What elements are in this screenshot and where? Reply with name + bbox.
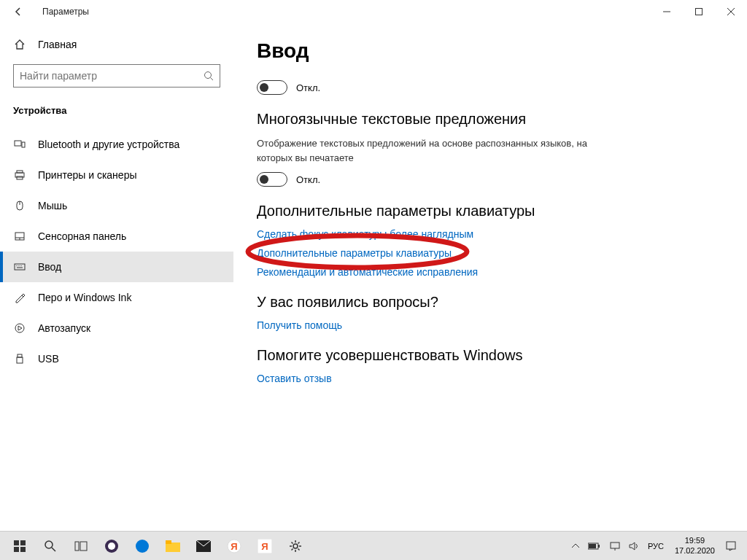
search-input[interactable] bbox=[20, 70, 204, 82]
sidebar-item-label: USB bbox=[38, 353, 59, 365]
sidebar: Главная Устройства Bluetooth и другие ус… bbox=[0, 23, 233, 531]
sidebar-item-usb[interactable]: USB bbox=[0, 343, 233, 374]
svg-rect-1 bbox=[696, 9, 703, 15]
page-title: Ввод bbox=[257, 39, 718, 63]
link-get-help[interactable]: Получить помощь bbox=[257, 319, 718, 331]
svg-rect-14 bbox=[15, 264, 25, 270]
svg-point-19 bbox=[15, 324, 24, 332]
help-heading: У вас появились вопросы? bbox=[257, 294, 718, 311]
keyboard-icon bbox=[13, 260, 26, 273]
toggle-label: Откл. bbox=[296, 174, 320, 185]
taskbar-app-settings[interactable] bbox=[280, 532, 311, 561]
link-advanced-keyboard[interactable]: Дополнительные параметры клавиатуры bbox=[257, 247, 718, 259]
toggle-label: Откл. bbox=[296, 82, 320, 93]
svg-point-41 bbox=[293, 544, 298, 548]
svg-rect-35 bbox=[166, 540, 171, 544]
system-tray: РУС 19:59 17.02.2020 bbox=[570, 536, 743, 555]
link-keyboard-focus[interactable]: Сделать фокус клавиатуры более наглядным bbox=[257, 228, 718, 240]
tray-network-icon[interactable] bbox=[608, 542, 622, 551]
link-feedback[interactable]: Оставить отзыв bbox=[257, 373, 718, 384]
tray-volume-icon[interactable] bbox=[627, 542, 641, 551]
svg-rect-26 bbox=[20, 547, 26, 552]
sidebar-item-autoplay[interactable]: Автозапуск bbox=[0, 313, 233, 343]
taskbar-app-mail[interactable] bbox=[188, 532, 219, 561]
tray-battery-icon[interactable] bbox=[586, 542, 603, 550]
sidebar-item-label: Сенсорная панель bbox=[38, 230, 126, 242]
sidebar-item-bluetooth[interactable]: Bluetooth и другие устройства bbox=[0, 129, 233, 160]
taskbar-app-yandex2[interactable]: Я bbox=[249, 532, 280, 561]
multilang-heading: Многоязычные текстовые предложения bbox=[257, 111, 718, 128]
sidebar-home-label: Главная bbox=[38, 39, 77, 50]
maximize-button[interactable] bbox=[683, 0, 715, 23]
svg-rect-25 bbox=[14, 547, 19, 552]
svg-point-33 bbox=[136, 540, 149, 553]
mouse-icon bbox=[13, 199, 26, 212]
link-autocorrect[interactable]: Рекомендации и автоматические исправлени… bbox=[257, 266, 718, 278]
sidebar-category: Устройства bbox=[0, 98, 233, 120]
sidebar-item-printers[interactable]: Принтеры и сканеры bbox=[0, 160, 233, 190]
sidebar-item-typing[interactable]: Ввод bbox=[0, 252, 233, 282]
tray-clock[interactable]: 19:59 17.02.2020 bbox=[670, 536, 719, 555]
toggle-switch[interactable] bbox=[257, 80, 287, 95]
search-icon bbox=[204, 71, 214, 81]
svg-point-2 bbox=[205, 72, 212, 79]
printer-icon bbox=[13, 168, 26, 182]
tray-notifications-icon[interactable] bbox=[724, 541, 738, 551]
home-icon bbox=[13, 38, 26, 51]
sidebar-item-label: Автозапуск bbox=[38, 322, 90, 334]
devices-icon bbox=[13, 138, 26, 151]
tray-date: 17.02.2020 bbox=[675, 546, 715, 556]
svg-point-27 bbox=[45, 541, 53, 548]
svg-rect-24 bbox=[20, 540, 26, 545]
svg-rect-20 bbox=[18, 354, 22, 357]
main-content: Ввод Откл. Многоязычные текстовые предло… bbox=[233, 23, 747, 531]
sidebar-item-mouse[interactable]: Мышь bbox=[0, 190, 233, 221]
svg-rect-4 bbox=[15, 141, 21, 146]
taskbar: Я Я РУС 19:59 17.02.2020 bbox=[0, 531, 747, 560]
autoplay-icon bbox=[13, 322, 26, 335]
sidebar-item-touchpad[interactable]: Сенсорная панель bbox=[0, 221, 233, 252]
advkb-heading: Дополнительные параметры клавиатуры bbox=[257, 203, 718, 219]
taskbar-app-alice[interactable] bbox=[96, 532, 127, 561]
svg-rect-30 bbox=[80, 542, 87, 551]
tray-chevron-icon[interactable] bbox=[570, 542, 581, 550]
svg-line-3 bbox=[211, 78, 214, 81]
taskview-button[interactable] bbox=[66, 532, 96, 561]
sidebar-item-label: Мышь bbox=[38, 200, 67, 211]
usb-icon bbox=[13, 352, 26, 365]
toggle-switch[interactable] bbox=[257, 172, 287, 187]
sidebar-item-label: Перо и Windows Ink bbox=[38, 292, 131, 303]
search-box[interactable] bbox=[13, 64, 220, 88]
multilang-desc: Отображение текстовых предложений на осн… bbox=[257, 136, 607, 165]
svg-line-28 bbox=[52, 548, 55, 551]
toggle-suggestions[interactable]: Откл. bbox=[257, 80, 718, 95]
svg-rect-47 bbox=[727, 542, 735, 549]
feedback-heading: Помогите усовершенствовать Windows bbox=[257, 347, 718, 364]
window-controls bbox=[651, 0, 747, 23]
sidebar-item-label: Принтеры и сканеры bbox=[38, 169, 136, 181]
titlebar: Параметры bbox=[0, 0, 747, 23]
taskbar-app-yandex[interactable]: Я bbox=[219, 532, 249, 561]
svg-rect-43 bbox=[598, 545, 600, 548]
svg-rect-23 bbox=[14, 540, 19, 545]
tray-lang[interactable]: РУС bbox=[646, 542, 666, 551]
svg-rect-44 bbox=[589, 544, 596, 548]
taskbar-app-edge[interactable] bbox=[127, 532, 158, 561]
back-icon[interactable] bbox=[13, 7, 31, 17]
window-title: Параметры bbox=[42, 7, 89, 17]
toggle-multilang[interactable]: Откл. bbox=[257, 172, 718, 187]
pen-icon bbox=[13, 291, 26, 304]
start-button[interactable] bbox=[4, 532, 35, 561]
sidebar-home[interactable]: Главная bbox=[0, 32, 233, 57]
svg-text:Я: Я bbox=[261, 541, 268, 552]
touchpad-icon bbox=[13, 230, 26, 243]
minimize-button[interactable] bbox=[651, 0, 683, 23]
svg-rect-5 bbox=[22, 142, 25, 147]
svg-text:Я: Я bbox=[231, 541, 237, 552]
close-button[interactable] bbox=[715, 0, 747, 23]
sidebar-item-pen[interactable]: Перо и Windows Ink bbox=[0, 282, 233, 313]
taskbar-app-explorer[interactable] bbox=[158, 532, 188, 561]
svg-point-32 bbox=[108, 542, 115, 550]
tray-time: 19:59 bbox=[675, 536, 715, 545]
search-button[interactable] bbox=[35, 532, 66, 561]
